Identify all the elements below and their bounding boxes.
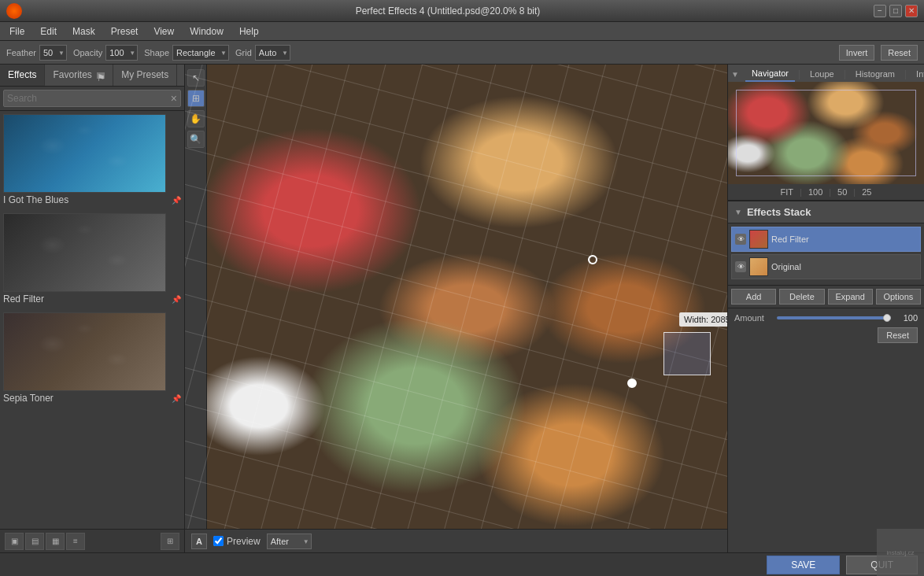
search-clear-icon[interactable]: × <box>171 92 177 105</box>
preset-item-sepia: Sepia Toner 📌 <box>3 312 181 405</box>
toolbar: Feather 50 Opacity 100 Shape Rectangle G… <box>0 41 924 65</box>
feather-select[interactable]: 50 <box>39 45 67 61</box>
view-list-btn[interactable]: ≡ <box>66 533 85 550</box>
transform-box[interactable] <box>663 332 711 375</box>
left-panel: Effects Favorites ⚑ My Presets × I <box>0 65 185 552</box>
view-mode-select[interactable]: After Before <box>267 534 312 549</box>
search-input-wrap: × <box>3 90 181 107</box>
control-point-center[interactable] <box>627 378 637 388</box>
bottom-bar: SAVE QUIT instaluj.cz <box>0 552 924 576</box>
reset-button[interactable]: Reset <box>881 45 918 61</box>
preset-thumb-blues[interactable] <box>3 114 166 193</box>
preset-name-sepia: Sepia Toner <box>3 393 54 404</box>
preset-name-bar-sepia: Sepia Toner 📌 <box>3 391 181 405</box>
canvas-area: ↖ ⊞ ✋ 🔍 Width: 2085px Height: 600px Angl… <box>185 65 727 552</box>
window-buttons: − □ ✕ <box>874 5 918 17</box>
nav-tab-navigator[interactable]: Navigator <box>745 66 795 82</box>
shape-select[interactable]: Rectangle <box>172 45 229 61</box>
minimize-button[interactable]: − <box>874 5 886 17</box>
amount-row: Amount 100 <box>728 308 924 327</box>
nav-preview[interactable] <box>728 82 924 184</box>
preview-check: Preview <box>213 536 261 547</box>
effect-label-original: Original <box>771 262 917 271</box>
opacity-label: Opacity <box>73 48 102 57</box>
nav-zoom-50[interactable]: 50 <box>837 187 847 197</box>
main-area: Effects Favorites ⚑ My Presets × I <box>0 65 924 552</box>
nav-zoom-100[interactable]: 100 <box>808 187 822 197</box>
effect-delete-button[interactable]: Delete <box>779 289 824 305</box>
effect-expand-button[interactable]: Expand <box>828 289 873 305</box>
favorites-flag-icon: ⚑ <box>97 72 105 79</box>
effects-stack-header[interactable]: ▼ Effects Stack <box>728 201 924 223</box>
footer-a-button[interactable]: A <box>191 534 207 549</box>
left-tools: ▣ ▤ ▦ ≡ ⊞ <box>0 529 184 552</box>
preset-pin-red[interactable]: 📌 <box>172 295 181 304</box>
amount-label: Amount <box>734 313 772 323</box>
amount-knob[interactable] <box>883 314 891 322</box>
tab-favorites[interactable]: Favorites ⚑ <box>45 65 113 86</box>
feather-label: Feather <box>6 48 36 57</box>
shape-group: Shape Rectangle <box>144 45 229 61</box>
opacity-select[interactable]: 100 <box>105 45 138 61</box>
amount-slider[interactable] <box>777 316 891 319</box>
menu-view[interactable]: View <box>147 24 180 39</box>
close-button[interactable]: ✕ <box>905 5 918 17</box>
effects-stack-title: Effects Stack <box>747 206 918 218</box>
app-title: Perfect Effects 4 (Untitled.psd@20.0% 8 … <box>22 6 874 17</box>
opacity-group: Opacity 100 <box>73 45 138 61</box>
effect-row-original[interactable]: 👁 Original <box>731 254 921 279</box>
preset-item-red-filter: Red Filter 📌 <box>3 213 181 306</box>
app-logo <box>6 3 22 19</box>
nav-tab-loupe[interactable]: Loupe <box>804 67 841 81</box>
tab-mypresets[interactable]: My Presets <box>113 65 177 86</box>
menu-edit[interactable]: Edit <box>34 24 63 39</box>
nav-tab-info[interactable]: Info <box>910 67 924 81</box>
preset-thumb-sepia[interactable] <box>3 312 166 391</box>
view-grid-btn[interactable]: ⊞ <box>161 533 179 550</box>
effect-eye-red-filter[interactable]: 👁 <box>735 234 746 245</box>
amount-value: 100 <box>896 313 918 323</box>
nav-tabs: ▼ Navigator | Loupe | Histogram | Info <box>728 65 924 82</box>
effect-add-button[interactable]: Add <box>731 289 776 305</box>
menu-file[interactable]: File <box>3 24 31 39</box>
view-double-btn[interactable]: ▤ <box>25 533 44 550</box>
menu-preset[interactable]: Preset <box>105 24 145 39</box>
nav-controls: FIT | 100 | 50 | 25 <box>728 184 924 201</box>
save-button[interactable]: SAVE <box>767 556 840 574</box>
effect-label-red-filter: Red Filter <box>771 234 917 244</box>
effect-thumb-original <box>749 257 768 276</box>
view-triple-btn[interactable]: ▦ <box>46 533 65 550</box>
presets-list: I Got The Blues 📌 Red Filter 📌 Sepia <box>0 111 184 529</box>
preset-thumb-red-filter[interactable] <box>3 213 166 292</box>
preset-name-bar-red: Red Filter 📌 <box>3 292 181 306</box>
effect-row-red-filter[interactable]: 👁 Red Filter <box>731 227 921 252</box>
amount-reset-button[interactable]: Reset <box>878 327 918 343</box>
shape-label: Shape <box>144 48 169 57</box>
preset-pin-blues[interactable]: 📌 <box>172 196 181 205</box>
titlebar: Perfect Effects 4 (Untitled.psd@20.0% 8 … <box>0 0 924 22</box>
watermark-text: instaluj.cz <box>877 529 924 576</box>
nav-collapse-icon[interactable]: ▼ <box>731 70 739 79</box>
menu-help[interactable]: Help <box>233 24 265 39</box>
tab-effects[interactable]: Effects <box>0 65 45 86</box>
search-input[interactable] <box>7 93 171 104</box>
nav-fit-btn[interactable]: FIT <box>781 187 794 197</box>
nav-viewport <box>736 90 916 176</box>
grid-group: Grid Auto <box>235 45 290 61</box>
control-point-tl[interactable] <box>588 255 597 264</box>
search-box: × <box>0 87 184 111</box>
maximize-button[interactable]: □ <box>889 5 902 17</box>
effect-options-button[interactable]: Options <box>876 289 921 305</box>
menu-window[interactable]: Window <box>183 24 230 39</box>
preset-pin-sepia[interactable]: 📌 <box>172 394 181 403</box>
nav-zoom-25[interactable]: 25 <box>862 187 871 197</box>
preview-checkbox[interactable] <box>213 536 224 546</box>
grid-select[interactable]: Auto <box>255 45 290 61</box>
view-single-btn[interactable]: ▣ <box>5 533 24 550</box>
right-panel: ▼ Navigator | Loupe | Histogram | Info F… <box>727 65 924 552</box>
menu-mask[interactable]: Mask <box>66 24 102 39</box>
nav-tab-histogram[interactable]: Histogram <box>849 67 901 81</box>
invert-button[interactable]: Invert <box>839 45 875 61</box>
effect-eye-original[interactable]: 👁 <box>735 261 746 272</box>
left-tabs: Effects Favorites ⚑ My Presets <box>0 65 184 87</box>
